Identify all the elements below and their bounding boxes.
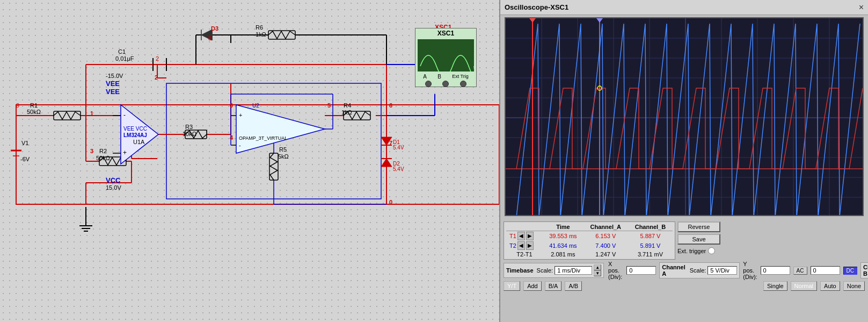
svg-text:U2: U2 <box>252 103 259 109</box>
svg-text:9: 9 <box>16 102 19 109</box>
oscilloscope-title: Oscilloscope-XSC1 <box>505 3 568 11</box>
svg-text:-: - <box>239 142 241 148</box>
meas-t2-time: 41.634 ms <box>543 241 583 251</box>
t2-left-btn[interactable]: ◀ <box>517 241 525 250</box>
svg-text:VEE: VEE <box>106 88 120 96</box>
meas-t2t1-time: 2.081 ms <box>543 251 583 258</box>
channel-a-ypos-input[interactable] <box>761 266 790 275</box>
svg-text:7: 7 <box>389 140 392 146</box>
waveform-display <box>506 18 863 215</box>
svg-text:VCC: VCC <box>106 176 121 184</box>
svg-text:8: 8 <box>208 35 211 41</box>
svg-text:1kΩ: 1kΩ <box>256 31 266 38</box>
svg-text:0.01μF: 0.01μF <box>115 55 134 62</box>
svg-text:C1: C1 <box>118 48 126 55</box>
channel-a-scale-label: Scale: <box>690 267 706 274</box>
svg-text:50kΩ: 50kΩ <box>96 155 110 161</box>
svg-text:3: 3 <box>90 148 93 154</box>
meas-t1-chb: 5.887 V <box>628 231 673 241</box>
meas-t2t1-label: T2-T1 <box>506 251 543 258</box>
mode-buttons-row: Y/T Add B/A A/B Single Normal Auto None <box>504 281 865 291</box>
channel-a-coupling-val[interactable] <box>811 266 840 275</box>
normal-mode-btn[interactable]: Normal <box>791 281 817 291</box>
save-button[interactable]: Save <box>677 234 720 245</box>
ext-trigger-radio[interactable] <box>708 247 715 254</box>
svg-text:R3: R3 <box>185 124 193 130</box>
timebase-scale-input[interactable] <box>555 266 592 275</box>
channel-a-scale-input[interactable] <box>707 266 737 275</box>
none-mode-btn[interactable]: None <box>843 281 865 291</box>
svg-text:R2: R2 <box>99 148 107 154</box>
oscilloscope-controls: Time Channel_A Channel_B T1 ◀ ▶ <box>500 218 868 293</box>
svg-text:LM324AJ: LM324AJ <box>123 132 147 138</box>
single-mode-btn[interactable]: Single <box>763 281 787 291</box>
measurement-table: Time Channel_A Channel_B T1 ◀ ▶ <box>504 221 675 260</box>
xsc1-screen <box>418 39 474 71</box>
svg-text:2: 2 <box>156 55 159 62</box>
ab-mode-btn[interactable]: A/B <box>565 281 582 291</box>
svg-text:+: + <box>123 149 127 156</box>
add-mode-btn[interactable]: Add <box>523 281 542 291</box>
circuit-area: - + + - D3 R6 1kΩ 8 C1 0.01μF 2 R1 50kΩ … <box>0 0 499 322</box>
xsc1-btn-b[interactable] <box>442 81 449 87</box>
ba-mode-btn[interactable]: B/A <box>545 281 562 291</box>
svg-text:1: 1 <box>90 110 93 117</box>
meas-header-time: Time <box>543 223 583 231</box>
svg-text:V1: V1 <box>21 140 28 146</box>
t2-right-btn[interactable]: ▶ <box>526 241 534 250</box>
settings-row-1: Timebase Scale: ▲ ▼ X pos.(Div): Channel… <box>504 261 865 280</box>
svg-text:OPAMP_3T_VIRTUAL: OPAMP_3T_VIRTUAL <box>239 135 287 141</box>
timebase-down-btn[interactable]: ▼ <box>594 270 601 276</box>
svg-text:VEE   VCC: VEE VCC <box>123 126 147 132</box>
svg-marker-156 <box>596 18 603 23</box>
svg-text:0: 0 <box>389 199 392 205</box>
timebase-up-btn[interactable]: ▲ <box>594 264 601 270</box>
t1-right-btn[interactable]: ▶ <box>526 232 534 240</box>
svg-text:15.0V: 15.0V <box>106 184 121 191</box>
measurement-buttons: Reverse Save Ext. trigger <box>677 221 720 254</box>
svg-marker-154 <box>529 18 536 23</box>
meas-header-empty <box>506 223 543 231</box>
timebase-spin: ▲ ▼ <box>594 264 601 276</box>
svg-text:10kΩ: 10kΩ <box>183 131 196 137</box>
meas-t2t1-cha: 1.247 V <box>583 251 628 258</box>
timebase-xpos-input[interactable] <box>626 266 656 275</box>
meas-header-cha: Channel_A <box>583 223 628 231</box>
meas-t2-cha: 7.400 V <box>583 241 628 251</box>
svg-text:2: 2 <box>155 74 158 81</box>
svg-text:R1: R1 <box>30 102 38 109</box>
channel-a-group: Channel A Scale: <box>659 262 740 278</box>
meas-header-chb: Channel_B <box>628 223 673 231</box>
xsc1-oscilloscope-icon[interactable]: XSC1 A B Ext Trig <box>415 28 477 87</box>
svg-marker-74 <box>381 159 392 167</box>
reverse-button[interactable]: Reverse <box>677 221 720 232</box>
svg-text:VEE: VEE <box>106 80 120 88</box>
oscilloscope-screen <box>505 17 864 216</box>
svg-text:5kΩ: 5kΩ <box>278 153 289 160</box>
svg-text:R6: R6 <box>256 24 263 31</box>
oscilloscope-titlebar: Oscilloscope-XSC1 × <box>500 0 868 15</box>
xsc1-label: XSC1 <box>415 28 476 38</box>
meas-t2-chb: 5.891 V <box>628 241 673 251</box>
meas-t1-time: 39.553 ms <box>543 231 583 241</box>
auto-mode-btn[interactable]: Auto <box>820 281 840 291</box>
xsc1-btn-ext[interactable] <box>460 81 466 87</box>
oscilloscope-close-button[interactable]: × <box>859 3 864 12</box>
svg-text:-6V: -6V <box>20 156 30 162</box>
svg-text:+: + <box>239 112 242 118</box>
measurement-table-row: Time Channel_A Channel_B T1 ◀ ▶ <box>504 221 865 260</box>
xsc1-btn-a[interactable] <box>425 81 432 87</box>
t1-left-btn[interactable]: ◀ <box>517 232 525 240</box>
meas-t2-label: T2 ◀ ▶ <box>506 241 543 251</box>
svg-text:-15.0V: -15.0V <box>106 73 123 79</box>
channel-a-ac-btn[interactable]: AC <box>793 267 807 275</box>
channel-b-label: Channel B <box>863 264 868 277</box>
oscilloscope-panel: Oscilloscope-XSC1 × <box>499 0 868 322</box>
xsc1-ext-label: Ext Trig <box>452 74 469 80</box>
channel-a-label: Channel A <box>662 264 688 277</box>
yt-mode-btn[interactable]: Y/T <box>504 281 520 291</box>
meas-t1-label: T1 ◀ ▶ <box>506 231 543 241</box>
timebase-group: Timebase Scale: ▲ ▼ <box>504 263 604 278</box>
channel-a-dc-btn[interactable]: DC <box>843 267 857 275</box>
xsc1-ch-b-label: B <box>437 74 441 80</box>
